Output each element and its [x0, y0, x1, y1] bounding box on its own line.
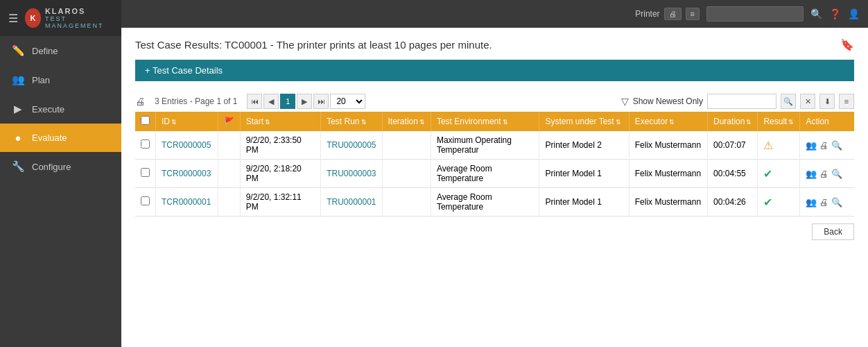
search-icon-topbar[interactable]: 🔍	[810, 8, 822, 19]
flag-icon-header: 🚩	[224, 117, 234, 126]
per-page-select[interactable]: 20 50 100	[330, 94, 365, 109]
sidebar-item-label-plan: Plan	[32, 75, 50, 85]
row-users-icon-1[interactable]: 👥	[806, 169, 817, 179]
pager-prev[interactable]: ◀	[263, 94, 279, 109]
row-result-cell: ⚠	[758, 131, 800, 160]
printer-btn-2[interactable]: ≡	[686, 8, 700, 20]
table-search-button[interactable]: 🔍	[781, 94, 796, 109]
row-executor-cell: Felix Mustermann	[629, 160, 707, 188]
row-start-cell: 9/2/20, 2:18:20 PM	[240, 160, 320, 188]
row-print-icon-1[interactable]: 🖨	[819, 169, 828, 179]
main-content: Printer 🖨 ≡ 🔍 ❓ 👤 Test Case Results: TC0…	[121, 0, 868, 347]
row-testrun-link-1[interactable]: TRU0000003	[327, 169, 376, 178]
user-icon[interactable]: 👤	[848, 8, 860, 19]
th-executor[interactable]: Executor⇅	[629, 112, 707, 131]
row-checkbox-0[interactable]	[141, 139, 150, 149]
sidebar-item-label-configure: Configure	[32, 162, 71, 172]
details-bar-label: + Test Case Details	[145, 65, 223, 76]
table-row: TCR0000001 9/2/20, 1:32:11 PM TRU0000001…	[135, 188, 854, 217]
row-result-cell: ✔	[758, 160, 800, 188]
row-executor-cell: Felix Mustermann	[629, 131, 707, 160]
bookmark-icon[interactable]: 🔖	[840, 38, 854, 51]
row-start-cell: 9/2/20, 2:33:50 PM	[240, 131, 320, 160]
table-search-input[interactable]	[707, 94, 776, 109]
row-id-link-1[interactable]: TCR0000003	[162, 169, 211, 178]
row-checkbox-1[interactable]	[141, 168, 150, 177]
result-warn-icon: ⚠	[763, 139, 773, 151]
select-all-checkbox[interactable]	[141, 116, 150, 125]
row-duration-cell: 00:04:55	[708, 160, 758, 188]
logo-circle: K	[25, 8, 41, 28]
topbar: Printer 🖨 ≡ 🔍 ❓ 👤	[121, 0, 868, 28]
row-checkbox-2[interactable]	[141, 196, 150, 205]
logo-subtitle: TEST MANAGEMENT	[45, 15, 113, 29]
row-search-icon-2[interactable]: 🔍	[831, 197, 842, 208]
sidebar-item-define[interactable]: ✏️ Define	[0, 36, 121, 65]
th-result[interactable]: Result⇅	[758, 112, 800, 131]
printer-label: Printer	[635, 9, 659, 19]
row-id-link-2[interactable]: TCR0000001	[162, 197, 211, 207]
th-id[interactable]: ID⇅	[156, 112, 218, 131]
sidebar-item-plan[interactable]: 👥 Plan	[0, 65, 121, 94]
row-sut-cell: Printer Model 2	[539, 131, 629, 160]
row-users-icon-0[interactable]: 👥	[806, 140, 817, 151]
printer-btn-1[interactable]: 🖨	[664, 8, 682, 20]
logo-text-block: KLAROS TEST MANAGEMENT	[45, 7, 113, 29]
row-checkbox-cell	[135, 188, 156, 217]
table-row: TCR0000003 9/2/20, 2:18:20 PM TRU0000003…	[135, 160, 854, 188]
row-env-cell: Average Room Temperature	[431, 188, 539, 217]
row-print-icon-0[interactable]: 🖨	[819, 140, 828, 151]
sidebar-item-evaluate[interactable]: ● Evaluate	[0, 124, 121, 152]
row-env-cell: Maximum Operating Temperatur	[431, 131, 539, 160]
filter-icon[interactable]: ▽	[621, 96, 629, 107]
page-title: Test Case Results: TC00001 - The printer…	[135, 39, 492, 51]
table-search-clear[interactable]: ✕	[800, 94, 815, 109]
row-duration-cell: 00:07:07	[708, 131, 758, 160]
th-env[interactable]: Test Environment⇅	[431, 112, 539, 131]
sidebar-item-execute[interactable]: ▶ Execute	[0, 94, 121, 124]
row-id-cell: TCR0000005	[156, 131, 218, 160]
help-icon[interactable]: ❓	[829, 8, 841, 19]
sidebar-item-configure[interactable]: 🔧 Configure	[0, 152, 121, 181]
table-export-icon[interactable]: ⬇	[819, 94, 835, 109]
row-checkbox-cell	[135, 160, 156, 188]
th-duration[interactable]: Duration⇅	[708, 112, 758, 131]
row-iteration-cell	[382, 131, 431, 160]
pager-first[interactable]: ⏮	[247, 94, 262, 109]
row-env-cell: Average Room Temperature	[431, 160, 539, 188]
pager-page-1[interactable]: 1	[280, 94, 295, 109]
row-action-cell: 👥 🖨 🔍	[800, 188, 854, 217]
details-bar[interactable]: + Test Case Details	[135, 60, 854, 81]
row-testrun-link-0[interactable]: TRU0000005	[327, 140, 376, 150]
logo-text: KLAROS	[45, 7, 113, 15]
row-print-icon-2[interactable]: 🖨	[819, 197, 828, 208]
row-testrun-cell: TRU0000001	[321, 188, 382, 217]
show-newest-label: Show Newest Only	[633, 96, 703, 106]
row-users-icon-2[interactable]: 👥	[806, 197, 817, 208]
hamburger-icon[interactable]: ☰	[8, 12, 18, 25]
th-checkbox	[135, 112, 156, 131]
row-sut-cell: Printer Model 1	[539, 160, 629, 188]
print-icon[interactable]: 🖨	[135, 96, 145, 107]
row-start-cell: 9/2/20, 1:32:11 PM	[240, 188, 320, 217]
back-button[interactable]: Back	[812, 223, 854, 240]
topbar-search-input[interactable]	[706, 6, 804, 22]
row-search-icon-0[interactable]: 🔍	[831, 140, 842, 151]
row-testrun-cell: TRU0000005	[321, 131, 382, 160]
evaluate-icon: ●	[11, 132, 25, 144]
row-flag-cell	[218, 160, 240, 188]
pager-next[interactable]: ▶	[297, 94, 312, 109]
th-sut[interactable]: System under Test⇅	[539, 112, 629, 131]
table-columns-icon[interactable]: ≡	[839, 94, 854, 109]
th-testrun[interactable]: Test Run⇅	[321, 112, 382, 131]
row-search-icon-1[interactable]: 🔍	[831, 169, 842, 179]
th-flag: 🚩	[218, 112, 240, 131]
pager-last[interactable]: ⏭	[313, 94, 329, 109]
th-action: Action	[800, 112, 854, 131]
row-testrun-link-2[interactable]: TRU0000001	[327, 197, 376, 207]
th-start[interactable]: Start⇅	[240, 112, 320, 131]
row-action-cell: 👥 🖨 🔍	[800, 131, 854, 160]
row-flag-cell	[218, 131, 240, 160]
th-iteration[interactable]: Iteration⇅	[382, 112, 431, 131]
row-id-link-0[interactable]: TCR0000005	[162, 140, 211, 150]
